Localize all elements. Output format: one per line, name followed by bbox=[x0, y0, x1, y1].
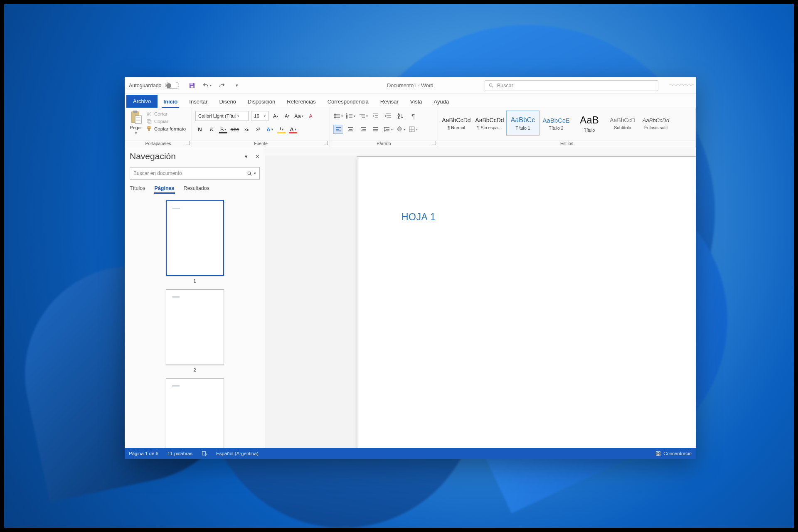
screenshot-border bbox=[0, 0, 798, 532]
